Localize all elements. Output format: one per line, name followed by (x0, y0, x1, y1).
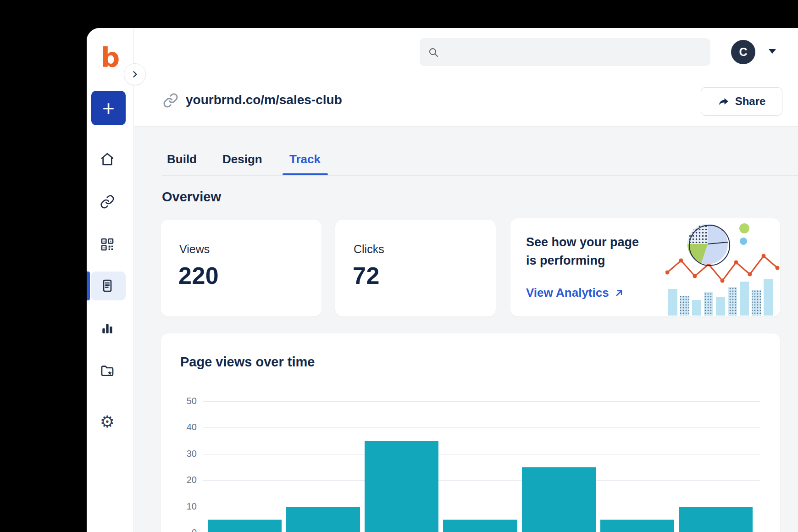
search-box[interactable] (420, 38, 710, 66)
views-value: 220 (178, 262, 219, 289)
sidebar-item-links[interactable] (96, 191, 118, 213)
chart-bar (443, 520, 517, 532)
home-icon (100, 152, 115, 166)
y-axis-tick-label: 20 (179, 475, 197, 485)
y-axis-tick-label: 50 (179, 396, 197, 406)
view-analytics-link[interactable]: View Analytics (526, 286, 625, 300)
link-icon (163, 93, 178, 108)
link-icon (100, 194, 115, 209)
tab-track[interactable]: Track (289, 152, 321, 166)
clicks-value: 72 (353, 262, 380, 289)
sidebar-expand-button[interactable] (124, 63, 146, 85)
chart-bar (208, 520, 282, 532)
folder-star-icon (100, 363, 115, 378)
page-views-card: Page views over time 50403020100 (161, 333, 780, 532)
sidebar: b + (87, 28, 134, 532)
search-input[interactable] (444, 46, 702, 58)
sidebar-divider (91, 135, 126, 135)
create-new-button[interactable]: + (91, 91, 126, 125)
avatar[interactable]: C (731, 40, 755, 64)
promo-text-line1: See how your page (526, 235, 639, 249)
analytics-promo-card: See how your page is performing View Ana… (510, 218, 780, 316)
clicks-stat-card: Clicks 72 (335, 220, 496, 316)
sidebar-divider (91, 397, 126, 397)
tabs-divider (162, 175, 798, 176)
sidebar-item-home[interactable] (96, 148, 118, 170)
chevron-right-icon (130, 70, 139, 79)
bar-chart-icon (100, 321, 115, 336)
chart-bar (365, 441, 438, 532)
app-window: b + (87, 28, 798, 532)
y-axis-tick-label: 40 (179, 422, 197, 432)
qr-code-icon (100, 237, 115, 252)
clicks-label: Clicks (354, 243, 384, 256)
share-icon (718, 95, 730, 107)
sidebar-item-qr-codes[interactable] (96, 233, 118, 255)
sidebar-item-campaigns[interactable] (96, 360, 118, 382)
promo-text-line2: is performing (526, 254, 605, 268)
chart-title: Page views over time (180, 355, 315, 370)
view-analytics-label: View Analytics (526, 286, 609, 300)
page-title: yourbrnd.co/m/sales-club (186, 93, 342, 107)
sidebar-item-analytics[interactable] (96, 317, 118, 339)
y-axis-tick-label: 0 (179, 527, 197, 532)
y-axis-tick-label: 10 (179, 501, 197, 512)
sidebar-active-indicator (87, 272, 90, 300)
chart-bar (522, 467, 596, 532)
chart-bar (286, 507, 360, 532)
sidebar-item-settings[interactable]: ⚙ (96, 411, 118, 433)
views-stat-card: Views 220 (161, 220, 321, 316)
pages-icon (100, 278, 115, 293)
settings-gear-icon: ⚙ (100, 414, 115, 430)
chart-bar (679, 507, 753, 532)
search-icon (428, 47, 439, 58)
bar-chart: 50403020100 (179, 379, 762, 532)
analytics-illustration (665, 218, 780, 316)
plus-icon: + (102, 96, 115, 121)
share-button-label: Share (735, 95, 766, 108)
account-menu-caret-icon[interactable] (769, 49, 776, 54)
views-label: Views (179, 243, 210, 256)
main-area: C yourbrnd.co/m/sales-club Share Build (134, 28, 798, 532)
chart-bar (600, 520, 674, 532)
y-axis-tick-label: 30 (179, 449, 197, 459)
bars-container (208, 401, 753, 532)
share-button[interactable]: Share (701, 87, 782, 116)
tab-build[interactable]: Build (167, 152, 197, 166)
top-header: C yourbrnd.co/m/sales-club Share (134, 28, 798, 127)
content-area: Build Design Track Overview Views 220 Cl… (134, 127, 798, 532)
arrow-up-right-icon (614, 288, 625, 299)
sidebar-item-pages[interactable] (96, 275, 118, 297)
overview-heading: Overview (162, 189, 221, 205)
tab-design[interactable]: Design (222, 152, 262, 166)
